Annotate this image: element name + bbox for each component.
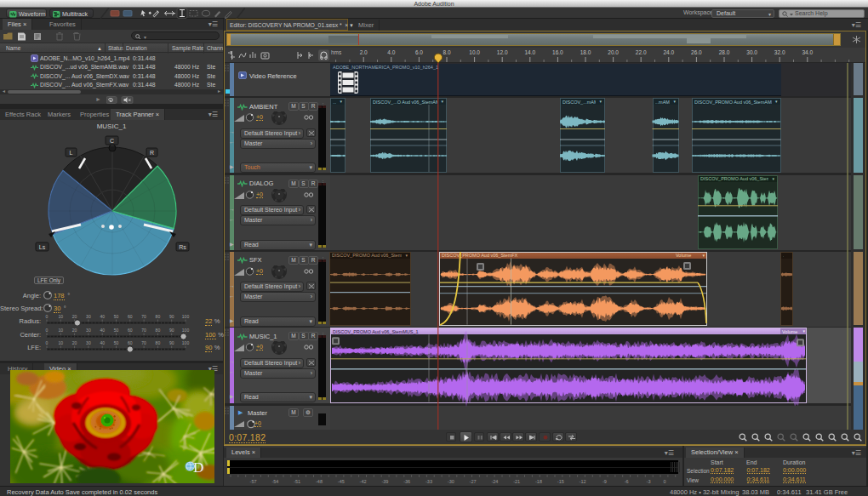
svg-text:20: 20 [72,314,77,319]
svg-text:-36: -36 [403,479,410,484]
svg-text:24.0: 24.0 [663,49,674,55]
svg-text:100: 100 [182,314,190,319]
svg-text:L: L [70,150,73,156]
svg-text:-45: -45 [338,479,345,484]
svg-text:10: 10 [59,340,64,345]
svg-text:Rs: Rs [179,244,186,250]
svg-text:90: 90 [169,328,174,333]
svg-text:-57: -57 [250,479,257,484]
svg-text:R: R [150,150,154,156]
svg-text:80: 80 [156,314,161,319]
svg-text:D: D [193,459,203,476]
svg-text:0: 0 [46,314,49,319]
svg-text:70: 70 [141,314,146,319]
svg-text:20: 20 [72,328,77,333]
svg-text:90: 90 [169,340,174,345]
svg-text:-21: -21 [513,479,520,484]
svg-text:-54: -54 [271,479,278,484]
svg-text:10: 10 [59,328,64,333]
svg-text:-9: -9 [602,479,607,484]
svg-text:-33: -33 [425,479,432,484]
svg-text:C: C [110,138,114,144]
svg-text:70: 70 [141,328,146,333]
svg-text:80: 80 [156,340,161,345]
svg-text:0: 0 [46,340,49,345]
svg-text:22.0: 22.0 [636,49,647,55]
svg-text:10: 10 [59,314,64,319]
svg-text:Ls: Ls [39,244,46,250]
svg-text:60: 60 [128,340,133,345]
svg-text:32.0: 32.0 [774,49,785,55]
svg-text:2.0: 2.0 [360,49,368,55]
svg-text:0: 0 [46,328,49,333]
svg-text:40: 40 [100,328,105,333]
svg-text:12.0: 12.0 [497,49,508,55]
svg-text:26.0: 26.0 [691,49,702,55]
svg-text:16.0: 16.0 [552,49,563,55]
svg-text:-27: -27 [470,479,477,484]
svg-text:34.0: 34.0 [802,49,813,55]
svg-text:20.0: 20.0 [608,49,619,55]
svg-text:-18: -18 [535,479,542,484]
svg-text:-39: -39 [381,479,388,484]
svg-text:-51: -51 [294,479,300,484]
svg-text:hms: hms [331,49,342,55]
svg-text:6.0: 6.0 [415,49,423,55]
svg-text:50: 50 [114,314,119,319]
svg-text:10.0: 10.0 [469,49,480,55]
svg-text:80: 80 [156,328,161,333]
svg-text:-42: -42 [360,479,367,484]
svg-text:30: 30 [86,340,91,345]
svg-text:50: 50 [114,340,119,345]
svg-text:60: 60 [128,314,133,319]
svg-text:90: 90 [169,314,174,319]
svg-text:0: 0 [663,479,665,484]
svg-text:30: 30 [86,328,91,333]
svg-text:4.0: 4.0 [387,49,395,55]
svg-text:40: 40 [100,314,105,319]
svg-text:-12: -12 [580,479,586,484]
svg-text:-48: -48 [316,479,323,484]
svg-text:100: 100 [182,340,190,345]
svg-text:-30: -30 [448,479,454,484]
svg-text:-3: -3 [647,479,651,484]
svg-text:100: 100 [182,328,190,333]
svg-text:70: 70 [141,340,146,345]
svg-text:18.0: 18.0 [580,49,591,55]
svg-text:20: 20 [72,340,77,345]
svg-text:30.0: 30.0 [746,49,757,55]
svg-text:-6: -6 [625,479,629,484]
svg-text:50: 50 [114,328,119,333]
svg-text:40: 40 [100,340,105,345]
svg-text:-24: -24 [491,479,498,484]
svg-text:-15: -15 [557,479,564,484]
svg-text:28.0: 28.0 [719,49,730,55]
svg-text:14.0: 14.0 [524,49,535,55]
svg-text:60: 60 [128,328,133,333]
svg-text:30: 30 [86,314,91,319]
